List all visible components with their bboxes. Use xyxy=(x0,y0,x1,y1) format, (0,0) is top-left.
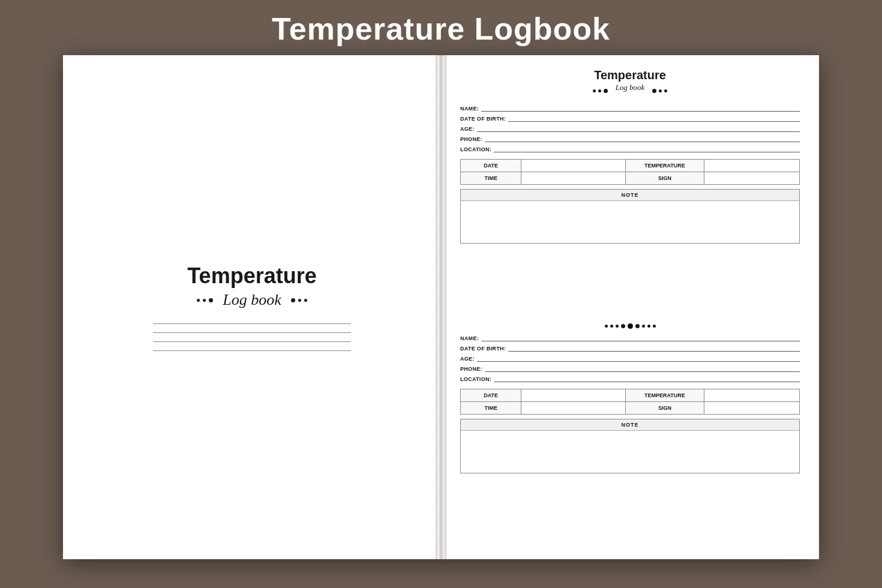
dot xyxy=(291,298,295,302)
cell-temp-label-1: TEMPERATURE xyxy=(626,160,704,172)
field-age-1: AGE: xyxy=(460,124,800,132)
table-row-time-sign-2: TIME SIGN xyxy=(461,401,800,414)
sep-dot-4 xyxy=(621,324,625,328)
entry-1-form: NAME: DATE OF BIRTH: AGE: PHONE: LOCATIO… xyxy=(460,103,800,154)
cell-sign-label-1: SIGN xyxy=(626,172,704,185)
sep-dot-7 xyxy=(642,325,645,328)
cell-sign-label-2: SIGN xyxy=(626,401,704,414)
page-header: Temperature Logbook xyxy=(0,0,882,55)
left-line-3 xyxy=(153,341,351,342)
note-section-2: NOTE xyxy=(460,419,800,473)
left-dots-top: Log book xyxy=(197,291,307,309)
table-row-time-sign-1: TIME SIGN xyxy=(461,172,800,185)
field-dob-2: DATE OF BIRTH: xyxy=(460,343,800,352)
line-age-1 xyxy=(477,124,800,132)
line-dob-1 xyxy=(508,113,800,122)
label-location-2: LOCATION: xyxy=(460,376,491,382)
cell-time-label-1: TIME xyxy=(461,172,521,185)
cell-date-label-1: DATE xyxy=(461,160,521,172)
dot xyxy=(593,89,596,92)
label-age-2: AGE: xyxy=(460,356,475,362)
field-name-1: NAME: xyxy=(460,103,800,112)
table-row-date-temp-2: DATE TEMPERATURE xyxy=(461,389,800,401)
label-dob-2: DATE OF BIRTH: xyxy=(460,346,506,352)
right-page: Temperature Log book NAME: DATE OF BIRTH… xyxy=(441,55,819,559)
page-title: Temperature Logbook xyxy=(0,11,882,47)
book-container: Temperature Log book Temperature xyxy=(63,55,819,559)
cell-temp-label-2: TEMPERATURE xyxy=(626,389,704,401)
dot xyxy=(304,299,307,302)
cell-temp-value-2 xyxy=(704,389,799,401)
data-table-1: DATE TEMPERATURE TIME SIGN xyxy=(460,159,800,185)
cell-date-label-2: DATE xyxy=(461,389,521,401)
left-lines xyxy=(153,323,351,351)
field-location-1: LOCATION: xyxy=(460,144,800,152)
dot xyxy=(598,89,601,92)
left-page: Temperature Log book xyxy=(63,55,441,559)
note-body-1 xyxy=(461,201,799,243)
left-page-title: Temperature xyxy=(187,263,316,289)
right-dots-top: Log book xyxy=(460,83,800,98)
entry-2-form: NAME: DATE OF BIRTH: AGE: PHONE: LOCATIO… xyxy=(460,333,800,384)
line-name-2 xyxy=(481,333,800,341)
dot xyxy=(659,89,662,92)
cell-sign-value-1 xyxy=(704,172,799,185)
table-row-date-temp-1: DATE TEMPERATURE xyxy=(461,160,800,172)
dot xyxy=(298,299,301,302)
field-location-2: LOCATION: xyxy=(460,374,800,382)
label-dob-1: DATE OF BIRTH: xyxy=(460,116,506,122)
cell-time-label-2: TIME xyxy=(461,401,521,414)
sep-dot-2 xyxy=(610,325,613,328)
note-header-2: NOTE xyxy=(461,419,799,431)
label-name-2: NAME: xyxy=(460,335,479,341)
cell-temp-value-1 xyxy=(704,160,799,172)
label-location-1: LOCATION: xyxy=(460,146,491,152)
sep-dot-8 xyxy=(647,325,650,328)
cell-time-value-2 xyxy=(521,401,626,414)
dot xyxy=(652,89,656,93)
cell-date-value-2 xyxy=(521,389,626,401)
label-phone-1: PHONE: xyxy=(460,136,482,142)
field-phone-1: PHONE: xyxy=(460,134,800,142)
line-dob-2 xyxy=(508,343,800,352)
dots-separator xyxy=(460,323,800,329)
cell-time-value-1 xyxy=(521,172,626,185)
data-table-2: DATE TEMPERATURE TIME SIGN xyxy=(460,389,800,415)
sep-dot-6 xyxy=(635,324,640,328)
line-phone-2 xyxy=(485,364,800,372)
left-line-1 xyxy=(153,323,351,324)
sep-dot-9 xyxy=(653,325,656,328)
dot xyxy=(203,299,206,302)
line-phone-1 xyxy=(485,134,800,142)
right-page-title: Temperature xyxy=(460,68,800,82)
entry-1: NAME: DATE OF BIRTH: AGE: PHONE: LOCATIO… xyxy=(460,103,800,320)
dot xyxy=(604,89,608,93)
field-name-2: NAME: xyxy=(460,333,800,341)
sep-dot-5 xyxy=(628,323,633,329)
line-location-1 xyxy=(494,144,800,152)
label-age-1: AGE: xyxy=(460,126,475,132)
note-section-1: NOTE xyxy=(460,189,800,244)
sep-dot-3 xyxy=(616,325,619,328)
left-line-2 xyxy=(153,332,351,333)
left-page-subtitle: Log book xyxy=(223,291,281,309)
left-line-4 xyxy=(153,350,351,351)
sep-dot-1 xyxy=(605,325,608,328)
dot xyxy=(209,298,213,302)
note-header-1: NOTE xyxy=(461,190,799,201)
line-age-2 xyxy=(477,353,800,362)
entry-2: NAME: DATE OF BIRTH: AGE: PHONE: LOCATIO… xyxy=(460,333,800,550)
dot xyxy=(664,89,667,92)
cell-sign-value-2 xyxy=(704,401,799,414)
line-location-2 xyxy=(494,374,800,382)
field-phone-2: PHONE: xyxy=(460,364,800,372)
label-name-1: NAME: xyxy=(460,106,479,112)
dot xyxy=(197,299,200,302)
field-dob-1: DATE OF BIRTH: xyxy=(460,113,800,122)
line-name-1 xyxy=(481,103,800,112)
right-page-subtitle: Log book xyxy=(616,83,645,92)
cell-date-value-1 xyxy=(521,160,626,172)
field-age-2: AGE: xyxy=(460,353,800,362)
label-phone-2: PHONE: xyxy=(460,366,482,372)
note-body-2 xyxy=(461,431,799,473)
